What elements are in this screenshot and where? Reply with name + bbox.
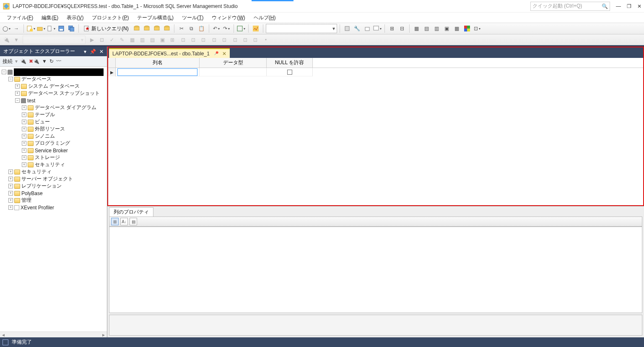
allow-null-checkbox[interactable] [287, 70, 292, 75]
tb2-e1[interactable]: ⊡ [231, 35, 240, 44]
menu-window[interactable]: ウィンドウ(W) [208, 13, 249, 22]
node-management[interactable]: 管理 [21, 197, 31, 204]
connect-button[interactable]: 接続 [3, 58, 13, 65]
menu-project[interactable]: プロジェクト(P) [88, 13, 133, 22]
grid-row[interactable]: ▶ [108, 68, 643, 76]
expander[interactable]: − [2, 70, 6, 74]
tb2-combo[interactable]: ▾ [23, 36, 86, 44]
menu-table-designer[interactable]: テーブル構造(L) [133, 13, 178, 22]
tb2-d2[interactable]: ⊡ [220, 35, 229, 44]
expander[interactable]: − [15, 98, 20, 103]
minimize-button[interactable]: — [616, 3, 621, 9]
tb-wrench-icon[interactable]: 🔧 [353, 24, 362, 33]
expander[interactable]: + [8, 177, 13, 181]
expander[interactable]: + [22, 134, 26, 138]
tb2-b8[interactable]: ⊞ [168, 35, 177, 44]
node-test[interactable]: test [27, 98, 35, 104]
db-query-2-button[interactable] [142, 24, 151, 33]
allow-null-cell[interactable] [267, 68, 313, 76]
node-security[interactable]: セキュリティ [21, 168, 52, 175]
oe-pulse-icon[interactable]: 〰 [56, 58, 61, 64]
tab-close-icon[interactable]: ✕ [222, 51, 226, 57]
menu-help[interactable]: ヘルプ(H) [249, 13, 280, 22]
tb2-play-icon[interactable]: ▶ [87, 35, 96, 44]
node-synonyms[interactable]: シノニム [35, 133, 55, 140]
tb2-e2[interactable]: ⊡ [241, 35, 250, 44]
activity-monitor-button[interactable] [251, 24, 260, 33]
tb-grid-4[interactable]: ▣ [442, 24, 452, 33]
tb2-c1[interactable]: ⊡ [179, 35, 188, 44]
menu-tools[interactable]: ツール(T) [178, 13, 208, 22]
node-system-databases[interactable]: システム データベース [28, 83, 80, 90]
solution-button[interactable] [236, 24, 246, 33]
data-type-cell[interactable] [200, 68, 267, 76]
expander[interactable]: + [22, 148, 26, 153]
node-service-broker[interactable]: Service Broker [35, 148, 68, 154]
panel-menu-icon[interactable]: ▾ [84, 49, 86, 55]
node-tables[interactable]: テーブル [35, 111, 55, 118]
tb2-c2[interactable]: ⊡ [189, 35, 198, 44]
object-explorer-tree[interactable]: − −データベース +システム データベース +データベース スナップショット … [0, 67, 107, 331]
paste-button[interactable]: 📋 [197, 24, 206, 33]
tb-misc-5[interactable]: ⊞ [387, 24, 397, 33]
prop-categorized-icon[interactable]: ⊞ [111, 218, 119, 225]
panel-close-icon[interactable]: ✕ [99, 49, 104, 55]
panel-pin-icon[interactable]: 📌 [90, 49, 96, 55]
tb-misc-1[interactable] [343, 24, 352, 33]
nav-back-button[interactable]: ◯ [2, 24, 11, 33]
node-xevent[interactable]: XEvent Profiler [21, 205, 54, 211]
properties-grid[interactable] [109, 227, 642, 313]
tb2-overflow[interactable] [261, 35, 270, 44]
tb2-b6[interactable]: ▤ [148, 35, 157, 44]
expander[interactable]: + [22, 120, 26, 124]
save-all-button[interactable] [67, 24, 76, 33]
tb2-d1[interactable]: ⊡ [210, 35, 219, 44]
oe-plug-icon[interactable]: 🔌 [20, 58, 26, 64]
db-query-4-button[interactable] [162, 24, 171, 33]
tree-hscroll[interactable]: ◂▸ [0, 331, 107, 337]
copy-button[interactable]: ⧉ [187, 24, 196, 33]
expander[interactable]: + [22, 127, 26, 131]
expander[interactable]: + [22, 112, 26, 117]
cut-button[interactable]: ✂ [177, 24, 186, 33]
tb2-e3[interactable]: ⊡ [251, 35, 260, 44]
quick-launch-input[interactable]: クイック起動 (Ctrl+Q) 🔍 [530, 2, 610, 11]
new-query-button[interactable]: ★ 新しいクエリ(N) [81, 24, 131, 33]
oe-refresh-icon[interactable]: ↻ [49, 58, 54, 64]
node-views[interactable]: ビュー [35, 118, 50, 125]
prop-pages-icon[interactable]: ▤ [130, 218, 137, 225]
node-external[interactable]: 外部リソース [35, 125, 65, 133]
expander[interactable]: + [15, 91, 20, 96]
expander[interactable]: − [8, 77, 13, 81]
header-data-type[interactable]: データ型 [200, 58, 267, 68]
node-snapshots[interactable]: データベース スナップショット [28, 90, 100, 97]
node-replication[interactable]: レプリケーション [21, 183, 62, 190]
tb-grid-2[interactable]: ▤ [422, 24, 431, 33]
open-button[interactable] [36, 24, 46, 33]
node-security-inner[interactable]: セキュリティ [35, 161, 65, 168]
expander[interactable]: + [8, 198, 13, 203]
tb2-b3[interactable]: ✎ [117, 35, 127, 44]
tb-misc-4[interactable] [373, 24, 382, 33]
db-query-1-button[interactable] [132, 24, 141, 33]
expander[interactable]: + [8, 205, 13, 210]
expander[interactable]: + [22, 141, 26, 146]
expander[interactable]: + [8, 184, 13, 188]
menu-view[interactable]: 表示(V) [62, 13, 88, 22]
pin-icon[interactable]: 📍 [212, 50, 220, 57]
tb-misc-6[interactable]: ⊟ [397, 24, 407, 33]
db-query-3-button[interactable] [152, 24, 161, 33]
oe-filter-icon[interactable]: ▼ [42, 58, 47, 64]
tb2-plug-icon[interactable]: 🔌 [2, 35, 11, 44]
server-name-redacted[interactable] [14, 68, 104, 76]
prop-alpha-icon[interactable]: A↓ [120, 218, 128, 225]
header-column-name[interactable]: 列名 [116, 58, 200, 68]
redo-button[interactable]: ↷ [222, 24, 231, 33]
new-item-button[interactable] [26, 24, 36, 33]
menu-edit[interactable]: 編集(E) [37, 13, 62, 22]
tb-grid-3[interactable]: ▥ [432, 24, 441, 33]
tb-grid-1[interactable]: ▦ [412, 24, 421, 33]
node-server-objects[interactable]: サーバー オブジェクト [21, 175, 73, 183]
close-button[interactable]: ✕ [637, 3, 641, 9]
row-selector[interactable]: ▶ [108, 68, 116, 76]
